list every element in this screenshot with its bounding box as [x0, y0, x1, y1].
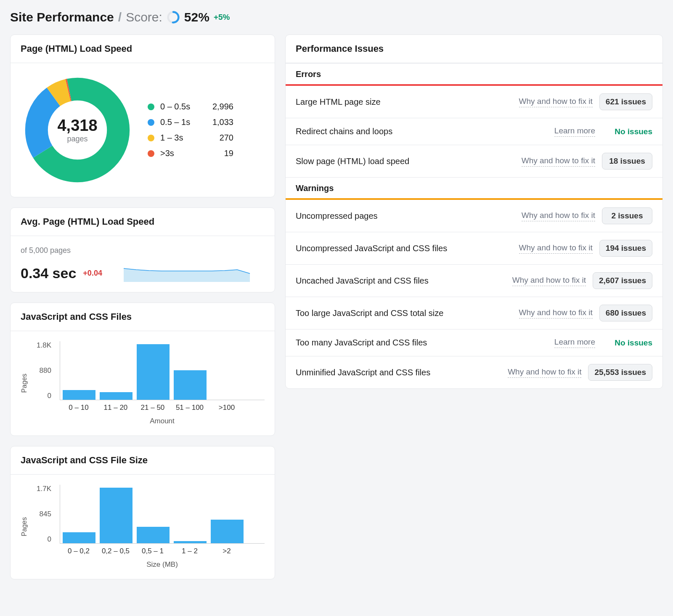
bar[interactable] [100, 488, 132, 543]
y-tick: 880 [40, 366, 51, 375]
y-tick: 0 [48, 535, 51, 544]
section-errors-header: Errors [286, 63, 662, 86]
avg-subtitle: of 5,000 pages [21, 246, 265, 255]
issue-name: Too large JavaScript and CSS total size [296, 308, 512, 319]
issue-count-badge[interactable]: 194 issues [599, 240, 652, 257]
issue-count-badge[interactable]: 621 issues [599, 93, 652, 110]
score-delta: +5% [214, 13, 230, 22]
donut-legend: 0 – 0.5s2,9960.5 – 1s1,0331 – 3s270>3s19 [148, 102, 233, 158]
donut-chart: 4,318 pages [21, 73, 134, 187]
breadcrumb-separator: / [118, 10, 122, 24]
page-header: Site Performance / Score: 52% +5% [10, 10, 663, 24]
bar[interactable] [63, 532, 95, 543]
card-title: JavaScript and CSS Files [11, 303, 275, 331]
score-label: Score: [126, 10, 162, 24]
fix-link[interactable]: Why and how to fix it [519, 243, 593, 254]
issue-name: Too many JavaScript and CSS files [296, 337, 548, 348]
y-axis-ticks: 1.7K8450 [37, 485, 55, 544]
score-value: 52% [184, 10, 209, 24]
legend-value: 2,996 [204, 102, 233, 112]
legend-value: 19 [204, 149, 233, 158]
fix-link[interactable]: Why and how to fix it [508, 367, 581, 378]
page-title: Site Performance [10, 10, 114, 24]
legend-item: 1 – 3s270 [148, 133, 233, 143]
fix-link[interactable]: Why and how to fix it [519, 97, 593, 107]
card-avg-load-speed: Avg. Page (HTML) Load Speed of 5,000 pag… [10, 207, 275, 292]
legend-item: 0.5 – 1s1,033 [148, 117, 233, 127]
issue-row: Uncompressed pagesWhy and how to fix it2… [286, 200, 662, 232]
x-axis-ticks: 0 – 0,20,2 – 0,50,5 – 11 – 2>2 [60, 544, 265, 555]
no-issues-label: No issues [602, 338, 652, 348]
learn-more-link[interactable]: Learn more [554, 337, 595, 348]
score-ring-icon [167, 11, 180, 24]
bar[interactable] [63, 390, 95, 400]
fix-link[interactable]: Why and how to fix it [522, 211, 595, 221]
legend-item: >3s19 [148, 149, 233, 158]
bar[interactable] [100, 392, 132, 400]
fix-link[interactable]: Why and how to fix it [512, 276, 586, 286]
issue-name: Uncached JavaScript and CSS files [296, 275, 506, 287]
issue-row: Too large JavaScript and CSS total sizeW… [286, 297, 662, 329]
issue-row: Uncached JavaScript and CSS filesWhy and… [286, 265, 662, 297]
card-page-load-speed: Page (HTML) Load Speed 4,318 pages 0 – 0… [10, 35, 275, 197]
y-tick: 1.8K [37, 341, 51, 350]
learn-more-link[interactable]: Learn more [554, 126, 595, 137]
bar-label: >2 [210, 547, 243, 555]
y-tick: 845 [40, 510, 51, 518]
card-title: Page (HTML) Load Speed [11, 35, 275, 63]
section-warnings-header: Warnings [286, 177, 662, 200]
legend-label: 0 – 0.5s [160, 102, 198, 112]
sparkline-chart [109, 264, 265, 282]
legend-dot-icon [148, 104, 154, 110]
bar[interactable] [211, 520, 244, 543]
issue-name: Slow page (HTML) load speed [296, 156, 515, 167]
legend-label: >3s [160, 149, 198, 158]
x-axis-label: Size (MB) [60, 560, 265, 569]
issue-count-badge[interactable]: 680 issues [599, 305, 652, 321]
fix-link[interactable]: Why and how to fix it [519, 308, 593, 319]
legend-dot-icon [148, 119, 154, 126]
issue-row: Large HTML page sizeWhy and how to fix i… [286, 86, 662, 118]
legend-label: 0.5 – 1s [160, 117, 198, 127]
issue-count-badge[interactable]: 25,553 issues [588, 364, 652, 381]
bar-label: 11 – 20 [99, 404, 132, 412]
card-js-css-files: JavaScript and CSS Files Pages 1.8K8800 … [10, 303, 275, 436]
card-title: JavaScript and CSS File Size [11, 446, 275, 475]
x-axis-ticks: 0 – 1011 – 2021 – 5051 – 100>100 [60, 400, 265, 412]
y-tick: 1.7K [37, 485, 51, 493]
issue-name: Large HTML page size [296, 96, 512, 108]
issue-count-badge[interactable]: 2,607 issues [593, 272, 652, 289]
bar[interactable] [137, 527, 170, 543]
card-js-css-size: JavaScript and CSS File Size Pages 1.7K8… [10, 446, 275, 579]
legend-label: 1 – 3s [160, 133, 198, 143]
bar-label: 0 – 0,2 [62, 547, 95, 555]
bar-label: 1 – 2 [173, 547, 206, 555]
issue-row: Uncompressed JavaScript and CSS filesWhy… [286, 232, 662, 265]
bar-label: 0 – 10 [62, 404, 95, 412]
avg-delta: +0.04 [83, 269, 102, 278]
issue-name: Uncompressed JavaScript and CSS files [296, 243, 512, 254]
issue-row: Unminified JavaScript and CSS filesWhy a… [286, 356, 662, 388]
legend-dot-icon [148, 150, 154, 157]
legend-value: 1,033 [204, 117, 233, 127]
issue-count-badge[interactable]: 18 issues [602, 153, 652, 170]
bar[interactable] [174, 370, 207, 400]
x-axis-label: Amount [60, 417, 265, 425]
bar-label: 21 – 50 [136, 404, 169, 412]
issue-row: Slow page (HTML) load speedWhy and how t… [286, 145, 662, 177]
y-axis-label: Pages [21, 517, 28, 536]
bar-label: 0,2 – 0,5 [99, 547, 132, 555]
bar[interactable] [174, 541, 207, 543]
issue-name: Unminified JavaScript and CSS files [296, 367, 501, 378]
card-title: Avg. Page (HTML) Load Speed [11, 208, 275, 236]
bar-chart [60, 341, 265, 400]
y-tick: 0 [48, 392, 51, 400]
avg-value: 0.34 sec [21, 265, 76, 281]
issue-row: Redirect chains and loopsLearn moreNo is… [286, 118, 662, 145]
legend-item: 0 – 0.5s2,996 [148, 102, 233, 112]
issue-count-badge[interactable]: 2 issues [602, 207, 652, 224]
bar[interactable] [137, 344, 170, 400]
donut-total-label: pages [67, 135, 87, 143]
fix-link[interactable]: Why and how to fix it [522, 156, 595, 167]
y-axis-ticks: 1.8K8800 [37, 341, 55, 400]
